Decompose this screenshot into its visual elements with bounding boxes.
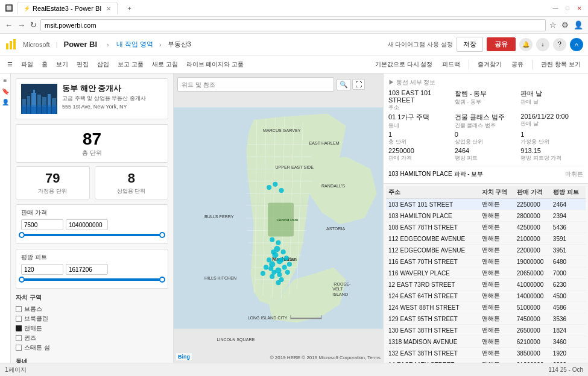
workspace-label[interactable]: 내 작업 영역: [116, 40, 153, 49]
maximize-button[interactable]: □: [564, 5, 571, 12]
cell-district: 맨해튼: [479, 268, 514, 279]
prop-address-cell: 103 EAST 101 STREET 주소: [388, 89, 451, 111]
ribbon-insert[interactable]: 삽입: [93, 58, 113, 70]
svg-point-63: [264, 265, 268, 270]
district-item-1[interactable]: 브룩클린: [16, 314, 168, 324]
report-label: 부동산3: [168, 40, 191, 49]
ribbon-view[interactable]: 보기: [52, 58, 72, 70]
forward-button[interactable]: →: [16, 20, 27, 30]
cell-price: 3850000: [514, 348, 551, 359]
download-icon[interactable]: ↓: [536, 38, 549, 51]
refresh-button[interactable]: ↻: [29, 20, 38, 30]
price-range-track: [21, 234, 163, 236]
svg-point-69: [279, 188, 284, 193]
district-cb-3[interactable]: [16, 335, 22, 341]
price-max-input[interactable]: [66, 219, 108, 230]
ribbon-file[interactable]: 파일: [17, 58, 37, 70]
map-search-input[interactable]: [177, 77, 334, 92]
cell-district: 맨해튼: [479, 233, 514, 245]
ribbon-favorites[interactable]: 즐겨찾기: [474, 58, 505, 70]
district-cb-4[interactable]: [16, 345, 22, 351]
table-row[interactable]: 112 EDGECOMBE AVENUE 맨해튼 2200000 3951: [386, 245, 586, 256]
table-row[interactable]: 1318 MADISON AVENUE 맨해튼 6210000 3460: [386, 336, 586, 348]
table-row[interactable]: 132 EAST 38TH STREET 맨해튼 3850000 1920: [386, 348, 586, 359]
sqft-range-track: [21, 278, 163, 281]
ribbon-reset[interactable]: 기본값으로 다시 설정: [371, 58, 437, 70]
user-avatar[interactable]: A: [570, 38, 583, 51]
district-item-4[interactable]: 스태튼 섬: [16, 343, 168, 352]
svg-point-59: [277, 272, 282, 277]
svg-point-70: [267, 185, 271, 190]
map-search-icon[interactable]: 🔍: [337, 79, 351, 90]
district-item-3[interactable]: 퀸즈: [16, 333, 168, 343]
price-range-thumb-left[interactable]: [19, 232, 25, 238]
back-button[interactable]: ←: [4, 20, 14, 30]
new-tab-button[interactable]: +: [121, 2, 137, 14]
bookmark-icon[interactable]: ☆: [548, 20, 558, 30]
svg-text:LONG ISLAND CITY: LONG ISLAND CITY: [247, 316, 287, 321]
table-row[interactable]: 112 EDGECOMBE AVENUE 맨해튼 2100000 3591: [386, 233, 586, 245]
save-button[interactable]: 저장: [457, 37, 483, 52]
map-fullscreen-icon[interactable]: ⛶: [352, 79, 365, 90]
url-input[interactable]: [40, 19, 546, 31]
svg-point-71: [270, 237, 274, 242]
minimize-button[interactable]: —: [552, 5, 559, 12]
table-row[interactable]: 116 EAST 70TH STREET 맨해튼 19000000 6480: [386, 256, 586, 268]
sqft-min-input[interactable]: [21, 264, 63, 275]
price-range-title: 판매 가격: [21, 208, 163, 217]
district-item-0[interactable]: 브롱스: [16, 304, 168, 314]
price-min-input[interactable]: [21, 219, 63, 230]
ribbon-report[interactable]: 보고 고품: [114, 58, 147, 70]
second-prop-status: 마취튼: [565, 170, 583, 178]
district-cb-2[interactable]: [16, 325, 22, 331]
sqft-range-thumb-right[interactable]: [159, 277, 165, 283]
table-row[interactable]: 130 EAST 38TH STREET 맨해튼 2650000 1824: [386, 325, 586, 336]
ribbon-live[interactable]: 라이브 페이지와 고품: [183, 58, 248, 70]
district-cb-0[interactable]: [16, 306, 22, 312]
help-icon[interactable]: ?: [553, 38, 566, 51]
close-button[interactable]: ✕: [576, 5, 583, 12]
table-row[interactable]: 103 EAST 101 STREET 맨해튼 2250000 2464: [386, 199, 586, 210]
district-item-2[interactable]: 맨해튼: [16, 324, 168, 333]
ribbon-hamburger[interactable]: ☰: [4, 59, 16, 69]
th-address: 주소: [386, 186, 479, 199]
ribbon-edit[interactable]: 편집: [73, 58, 92, 70]
second-prop-address: 103 HAMILTON PLACE 파락 - 보부: [388, 170, 483, 178]
cell-price: 41000000: [514, 279, 551, 290]
ribbon-share2[interactable]: 공유: [508, 58, 527, 70]
table-row[interactable]: 124 WEST 88TH STREET 맨해튼 5100000 4586: [386, 302, 586, 313]
ribbon-refresh[interactable]: 새로 고침: [148, 58, 182, 70]
ribbon-feedback[interactable]: 피드백: [438, 58, 464, 70]
district-cb-1[interactable]: [16, 316, 22, 322]
sidebar-bookmark-icon[interactable]: 🔖: [1, 87, 10, 95]
th-price: 판매 가격: [514, 186, 551, 199]
browser-tab-active[interactable]: ⚡ RealEstate3 - Power BI ✕: [17, 2, 118, 14]
person-icon[interactable]: 👤: [572, 20, 584, 30]
table-row[interactable]: 14 EAST 11TH STREET 맨해튼 21000000 6202: [386, 359, 586, 363]
page-label: 1페이지: [5, 366, 27, 374]
ribbon-home[interactable]: 홈: [38, 58, 51, 70]
table-row[interactable]: 103 HAMILTON PLACE 맨해튼 2800000 2394: [386, 210, 586, 222]
share-button[interactable]: 공유: [487, 37, 516, 51]
table-row[interactable]: 129 EAST 95TH STREET 맨해튼 7450000 3536: [386, 313, 586, 325]
ribbon-related[interactable]: 관련 항목 보기: [537, 58, 584, 70]
notification-icon[interactable]: 🔔: [519, 38, 533, 51]
table-row[interactable]: 12 EAST 73RD STREET 맨해튼 41000000 6230: [386, 279, 586, 290]
settings-icon[interactable]: ⚙: [560, 20, 570, 30]
price-range-section: 판매 가격: [16, 204, 168, 244]
cell-sqft: 4500: [551, 290, 586, 302]
table-row[interactable]: 124 EAST 64TH STREET 맨해튼 14000000 4500: [386, 290, 586, 302]
cell-sqft: 3536: [551, 313, 586, 325]
cell-price: 7450000: [514, 313, 551, 325]
sidebar-user-icon[interactable]: 👤: [1, 98, 10, 106]
price-range-thumb-right[interactable]: [159, 232, 165, 238]
sqft-max-input[interactable]: [66, 264, 108, 275]
svg-rect-12: [21, 107, 57, 114]
prop-comm-label: 상업용 단위: [455, 138, 517, 146]
new-diagram-label: 새 다이어그램 사용 설정: [388, 40, 453, 49]
cell-district: 맨해튼: [479, 325, 514, 336]
sqft-range-thumb-left[interactable]: [19, 277, 25, 283]
sidebar-nav-icon[interactable]: ≡: [1, 76, 10, 84]
table-row[interactable]: 116 WAVERLY PLACE 맨해튼 20650000 7000: [386, 268, 586, 279]
table-row[interactable]: 108 EAST 78TH STREET 맨해튼 4250000 5436: [386, 222, 586, 233]
